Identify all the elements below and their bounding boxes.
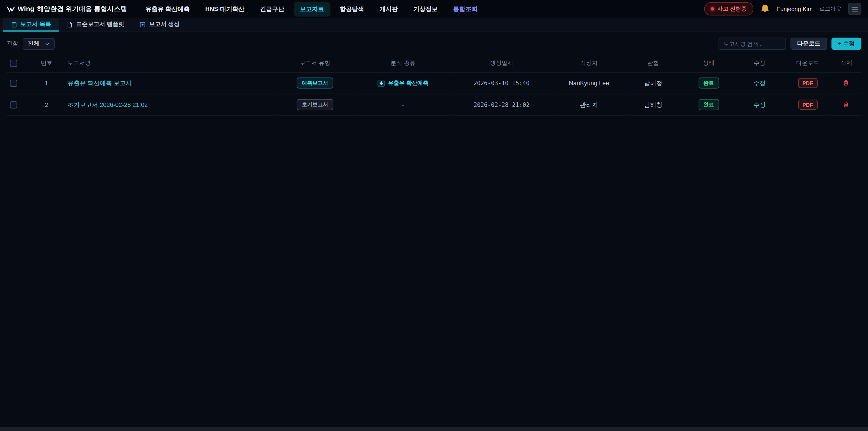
pdf-download-badge[interactable]: PDF: [798, 78, 817, 88]
bottom-strip: [0, 427, 868, 431]
report-type-badge: 초기보고서: [297, 99, 333, 110]
row-checkbox[interactable]: [10, 101, 17, 109]
main-nav: 유출유 확산예측 HNS·대기확산 긴급구난 보고자료 항공탐색 게시판 기상정…: [139, 1, 484, 16]
tab-report-list-label: 보고서 목록: [21, 21, 51, 28]
tab-report-create[interactable]: 보고서 생성: [132, 18, 188, 32]
logo-text: Wing: [18, 5, 34, 13]
row-checkbox[interactable]: [10, 80, 17, 87]
incident-label: 사고 진행중: [717, 5, 746, 13]
jurisdiction: 남해청: [624, 72, 682, 94]
header-author: 작성자: [554, 54, 624, 72]
droplet-icon: [377, 79, 385, 87]
created-at: 2026-02-28 21:02: [473, 101, 530, 108]
header-analysis-type: 분석 종류: [356, 54, 450, 72]
header-report-type: 보고서 유형: [274, 54, 356, 72]
report-name-link[interactable]: 유출유 확산예측 보고서: [68, 79, 132, 86]
app-logo: Wing 해양환경 위기대응 통합시스템: [6, 4, 127, 13]
analysis-type-cell: 유출유 확산예측: [377, 79, 428, 87]
created-at: 2026-03-10 15:40: [473, 80, 530, 86]
analysis-type-label: 유출유 확산예측: [388, 79, 428, 87]
select-all-checkbox[interactable]: [10, 60, 17, 67]
delete-button[interactable]: [842, 100, 850, 108]
table-header: 번호 보고서명 보고서 유형 분석 종류 생성일시 작성자 관할 상태 수정 다…: [6, 54, 861, 72]
author: 관리자: [554, 94, 624, 116]
hamburger-menu-button[interactable]: [848, 3, 862, 15]
clipboard-list-icon: [11, 21, 17, 27]
incident-status-badge: 사고 진행중: [704, 2, 753, 16]
logout-button[interactable]: 로그아웃: [819, 5, 841, 13]
header-edit: 수정: [735, 54, 784, 72]
content-area: 관할 전체 다운로드 + 수정: [0, 38, 868, 116]
filter-left: 관할 전체: [6, 38, 55, 50]
author: NanKyung Lee: [554, 72, 624, 94]
nav-item-weather[interactable]: 기상정보: [407, 1, 444, 16]
jurisdiction: 남해청: [624, 94, 682, 116]
tab-standard-template[interactable]: 표준보고서 템플릿: [59, 18, 132, 32]
header-delete: 삭제: [831, 54, 861, 72]
filter-row: 관할 전체 다운로드 + 수정: [6, 38, 861, 50]
navbar-right: 사고 진행중 Eunjeong Kim 로그아웃: [704, 2, 862, 16]
delete-button[interactable]: [842, 79, 850, 87]
top-navbar: Wing 해양환경 위기대응 통합시스템 유출유 확산예측 HNS·대기확산 긴…: [0, 0, 868, 18]
notification-bell-icon[interactable]: [760, 4, 770, 14]
nav-item-aerial-search[interactable]: 항공탐색: [334, 1, 370, 16]
table-header-row: 번호 보고서명 보고서 유형 분석 종류 생성일시 작성자 관할 상태 수정 다…: [6, 54, 861, 72]
table-body: 1 유출유 확산예측 보고서 예측보고서 유출유 확산예측 2026-03-10…: [6, 72, 861, 116]
edit-link[interactable]: 수정: [753, 79, 766, 86]
jurisdiction-label: 관할: [6, 40, 18, 48]
search-input[interactable]: [719, 38, 786, 50]
table-row: 2 초기보고서 2026-02-28 21:02 초기보고서 - 2026-02…: [6, 94, 861, 116]
row-number: 2: [29, 94, 64, 116]
nav-item-reports[interactable]: 보고자료: [294, 1, 331, 16]
create-button[interactable]: + 수정: [831, 38, 861, 50]
report-type-badge: 예측보고서: [297, 78, 333, 89]
hamburger-icon: [851, 6, 858, 11]
wing-logo-icon: [6, 5, 15, 13]
incident-dot-icon: [711, 7, 714, 11]
nav-item-oil-spill[interactable]: 유출유 확산예측: [139, 1, 196, 16]
document-icon: [67, 21, 73, 27]
analysis-type-label: -: [402, 101, 404, 108]
status-badge: 완료: [698, 99, 719, 110]
pdf-download-badge[interactable]: PDF: [798, 100, 817, 110]
app-root: Wing 해양환경 위기대응 통합시스템 유출유 확산예측 HNS·대기확산 긴…: [0, 0, 868, 431]
trash-icon: [842, 100, 849, 107]
tab-standard-template-label: 표준보고서 템플릿: [76, 21, 124, 28]
header-no: 번호: [29, 54, 64, 72]
tab-report-list[interactable]: 보고서 목록: [3, 18, 59, 32]
nav-item-rescue[interactable]: 긴급구난: [254, 1, 290, 16]
jurisdiction-selected-value: 전체: [28, 40, 39, 48]
header-jurisdiction: 관할: [624, 54, 682, 72]
report-table: 번호 보고서명 보고서 유형 분석 종류 생성일시 작성자 관할 상태 수정 다…: [6, 54, 861, 116]
header-created-at: 생성일시: [450, 54, 554, 72]
tab-report-create-label: 보고서 생성: [149, 21, 180, 28]
app-title: 해양환경 위기대응 통합시스템: [37, 4, 127, 13]
nav-item-board[interactable]: 게시판: [373, 1, 404, 16]
filter-right: 다운로드 + 수정: [719, 38, 862, 50]
user-name: Eunjeong Kim: [776, 5, 813, 12]
chevron-down-icon: [45, 41, 50, 46]
document-create-icon: [140, 21, 146, 27]
nav-item-hns[interactable]: HNS·대기확산: [199, 1, 250, 16]
report-name-link[interactable]: 초기보고서 2026-02-28 21:02: [68, 101, 148, 107]
jurisdiction-select[interactable]: 전체: [23, 38, 55, 50]
download-button[interactable]: 다운로드: [790, 38, 827, 50]
row-number: 1: [29, 72, 64, 94]
edit-link[interactable]: 수정: [753, 101, 766, 107]
trash-icon: [842, 79, 849, 86]
nav-item-integrated-search[interactable]: 통합조회: [447, 1, 484, 16]
status-badge: 완료: [698, 78, 719, 89]
tab-bar: 보고서 목록 표준보고서 템플릿 보고서 생성: [0, 18, 868, 32]
table-row: 1 유출유 확산예측 보고서 예측보고서 유출유 확산예측 2026-03-10…: [6, 72, 861, 94]
header-report-name: 보고서명: [64, 54, 274, 72]
header-download: 다운로드: [784, 54, 832, 72]
header-status: 상태: [682, 54, 735, 72]
